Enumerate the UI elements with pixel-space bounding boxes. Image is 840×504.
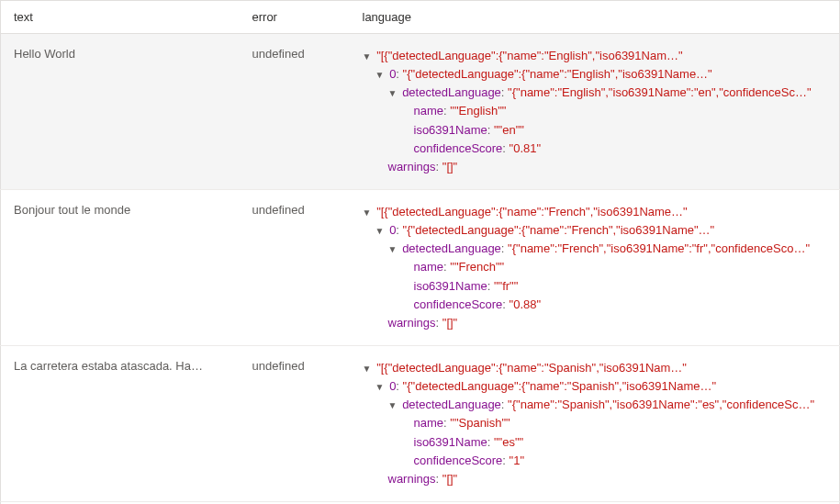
json-value: ""fr"" (494, 279, 518, 293)
chevron-down-icon[interactable]: ▼ (363, 206, 372, 220)
json-key: iso6391Name (414, 435, 487, 449)
tree-node-warnings: warnings: "[]" (363, 470, 827, 488)
tree-node-conf: confidenceScore: "1" (363, 452, 827, 470)
json-value: ""es"" (494, 435, 523, 449)
tree-node-root[interactable]: ▼ "[{"detectedLanguage":{"name":"English… (363, 47, 827, 65)
tree-node-root[interactable]: ▼ "[{"detectedLanguage":{"name":"Spanish… (363, 359, 827, 377)
cell-language: ▼ "[{"detectedLanguage":{"name":"Spanish… (350, 345, 840, 501)
tree-node-detectedlanguage[interactable]: ▼ detectedLanguage: "{"name":"Spanish","… (363, 396, 827, 414)
tree-node-conf: confidenceScore: "0.88" (363, 296, 827, 314)
tree-node-name: name: ""French"" (363, 258, 827, 276)
chevron-down-icon[interactable]: ▼ (375, 380, 385, 395)
cell-error: undefined (240, 34, 350, 190)
json-key: warnings (388, 160, 436, 174)
json-key: detectedLanguage (402, 85, 501, 99)
tree-node-conf: confidenceScore: "0.81" (363, 140, 827, 158)
tree-node-index[interactable]: ▼ 0: "{"detectedLanguage":{"name":"Frenc… (363, 221, 827, 240)
json-key: name (414, 104, 444, 118)
tree-node-warnings: warnings: "[]" (363, 158, 827, 176)
results-table: text error language Hello World undefine… (0, 0, 840, 504)
tree-node-iso: iso6391Name: ""es"" (363, 433, 827, 452)
json-key: detectedLanguage (402, 398, 501, 411)
cell-error: undefined (240, 345, 350, 501)
json-value: ""English"" (450, 104, 506, 118)
column-header-error[interactable]: error (240, 1, 350, 34)
json-value: "[]" (442, 472, 457, 486)
json-value: "0.88" (510, 297, 542, 311)
column-header-text[interactable]: text (1, 1, 240, 34)
json-value: ""en"" (494, 123, 524, 137)
json-key: detectedLanguage (402, 241, 501, 255)
json-key: name (414, 416, 444, 430)
cell-language: ▼ "[{"detectedLanguage":{"name":"French"… (350, 189, 840, 345)
json-value: "{"name":"French","iso6391Name":"fr","co… (508, 241, 810, 255)
chevron-down-icon[interactable]: ▼ (363, 50, 372, 64)
tree-node-index[interactable]: ▼ 0: "{"detectedLanguage":{"name":"Engli… (363, 65, 827, 84)
json-value: "[{"detectedLanguage":{"name":"French","… (376, 205, 688, 218)
json-key: warnings (388, 472, 436, 486)
chevron-down-icon[interactable]: ▼ (375, 68, 385, 83)
column-header-language[interactable]: language (350, 1, 840, 34)
json-key: name (414, 260, 444, 274)
json-value: "{"detectedLanguage":{"name":"French","i… (403, 223, 715, 237)
json-value: "{"detectedLanguage":{"name":"Spanish","… (403, 379, 716, 393)
tree-node-detectedlanguage[interactable]: ▼ detectedLanguage: "{"name":"French","i… (363, 240, 827, 258)
json-key: confidenceScore (414, 454, 503, 467)
tree-node-warnings: warnings: "[]" (363, 314, 827, 332)
chevron-down-icon[interactable]: ▼ (388, 242, 398, 257)
json-value: "{"detectedLanguage":{"name":"English","… (403, 67, 712, 81)
tree-node-detectedlanguage[interactable]: ▼ detectedLanguage: "{"name":"English","… (363, 84, 827, 102)
chevron-down-icon[interactable]: ▼ (388, 398, 398, 413)
cell-language: ▼ "[{"detectedLanguage":{"name":"English… (350, 34, 840, 190)
json-value: ""Spanish"" (450, 416, 510, 430)
json-key: iso6391Name (414, 123, 487, 137)
json-value: "[{"detectedLanguage":{"name":"Spanish",… (376, 361, 687, 375)
tree-node-iso: iso6391Name: ""fr"" (363, 277, 827, 296)
chevron-down-icon[interactable]: ▼ (375, 224, 385, 239)
table-row: La carretera estaba atascada. Ha… undefi… (1, 345, 840, 501)
cell-text: La carretera estaba atascada. Ha… (1, 345, 240, 501)
cell-text: Hello World (1, 34, 240, 190)
json-value: "[]" (442, 316, 457, 330)
tree-node-index[interactable]: ▼ 0: "{"detectedLanguage":{"name":"Spani… (363, 377, 827, 396)
json-key: confidenceScore (414, 141, 503, 155)
json-value: "[]" (442, 160, 457, 174)
tree-node-iso: iso6391Name: ""en"" (363, 121, 827, 140)
json-key: iso6391Name (414, 279, 487, 293)
table-row: Bonjour tout le monde undefined ▼ "[{"de… (1, 189, 840, 345)
tree-node-name: name: ""English"" (363, 102, 827, 120)
chevron-down-icon[interactable]: ▼ (363, 362, 372, 376)
json-value: ""French"" (450, 260, 504, 274)
results-body: Hello World undefined ▼ "[{"detectedLang… (1, 34, 840, 505)
cell-error: undefined (240, 189, 350, 345)
chevron-down-icon[interactable]: ▼ (388, 86, 398, 101)
json-key: warnings (388, 316, 436, 330)
json-value: "{"name":"Spanish","iso6391Name":"es","c… (508, 398, 814, 411)
tree-node-name: name: ""Spanish"" (363, 414, 827, 432)
table-row: Hello World undefined ▼ "[{"detectedLang… (1, 34, 840, 190)
json-value: "1" (510, 454, 524, 467)
tree-node-root[interactable]: ▼ "[{"detectedLanguage":{"name":"French"… (363, 203, 827, 221)
json-value: "{"name":"English","iso6391Name":"en","c… (508, 85, 811, 99)
json-value: "0.81" (510, 141, 542, 155)
json-value: "[{"detectedLanguage":{"name":"English",… (376, 49, 683, 62)
cell-text: Bonjour tout le monde (1, 189, 240, 345)
json-key: confidenceScore (414, 297, 503, 311)
